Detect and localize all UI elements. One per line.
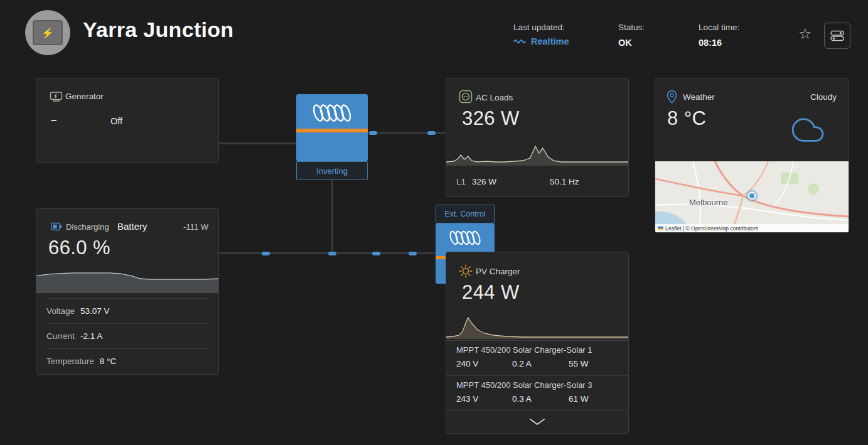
ac-loads-title: AC Loads [476,93,513,102]
power-flow-dot [262,252,270,255]
favorite-star-icon[interactable]: ☆ [798,25,812,43]
power-flow-dot [328,252,336,255]
realtime-text: Realtime [531,36,569,46]
battery-current-value: -2.1 A [80,331,102,341]
battery-icon [49,220,63,233]
weather-card[interactable]: Weather Cloudy 8 °C Melbourne [655,78,849,233]
inverter-state-text: Inverting [316,166,348,176]
generator-card[interactable]: Generator – Off [36,78,219,163]
pv-tracker1-current: 0.2 A [512,359,532,368]
generator-state: Off [110,116,122,126]
flag-icon [658,227,663,230]
ac-loads-icon [459,90,473,104]
expand-button[interactable] [528,417,546,428]
ac-loads-card[interactable]: AC Loads 326 W L1 326 W 50.1 Hz [446,78,629,197]
pv-charger-sparkline [446,314,628,339]
chevron-down-icon [528,418,546,426]
battery-temperature-value: 8 °C [100,357,116,366]
dc-bus-line [219,252,436,254]
status-label: Status: [618,23,645,32]
battery-power: -111 W [183,222,208,232]
page-title: Yarra Junction [83,18,233,42]
pv-tracker1-name: MPPT 450/200 Solar Charger-Solar 1 [456,345,592,355]
battery-card[interactable]: Discharging Battery -111 W 66.0 % Voltag… [36,208,219,375]
battery-temperature-label: Temperature [46,357,94,366]
divider [446,410,628,411]
battery-status: Discharging [66,222,109,232]
battery-soc: 66.0 % [48,237,110,259]
ext-control-label[interactable]: Ext. Control [436,205,495,223]
battery-voltage-label: Voltage [46,306,75,316]
map-marker-icon [746,190,758,202]
map-attribution-text: Leaflet | © OpenStreetMap contributors [665,225,758,232]
pv-tracker1-power: 55 W [569,359,589,368]
dashboard-settings-button[interactable] [824,23,850,49]
realtime-wave-icon [513,38,527,45]
battery-temperature-row: Temperature 8 °C [46,348,208,373]
local-time-label: Local time: [699,23,739,32]
pv-charger-power: 244 W [462,281,520,304]
map-city-label: Melbourne [689,198,727,207]
generator-title: Generator [65,92,104,101]
inverter-state-label[interactable]: Inverting [296,161,368,180]
status-value: OK [618,38,632,48]
pv-tracker2-power: 61 W [569,394,589,404]
ac-loads-sparkline [446,140,628,165]
pv-sun-icon [459,264,473,278]
last-updated-value: Realtime [513,36,569,46]
ac-loads-power: 326 W [462,107,520,130]
ac-frequency: 50.1 Hz [550,176,579,186]
site-logo[interactable]: ⚡ [25,10,70,55]
pv-tracker1-voltage: 240 V [456,359,478,368]
weather-condition: Cloudy [810,92,837,102]
battery-title: Battery [117,221,147,232]
divider [446,375,628,376]
cloud-icon [784,114,832,146]
weather-temperature: 8 °C [667,107,706,130]
divider [446,340,628,341]
weather-title: Weather [683,92,715,102]
victron-logo-icon [449,230,481,246]
pv-tracker2-current: 0.3 A [512,394,532,404]
battery-current-row: Current -2.1 A [46,323,208,348]
power-flow-dot [372,252,380,255]
inverter-device-block[interactable] [296,94,368,161]
ext-control-text: Ext. Control [444,210,485,218]
site-logo-image: ⚡ [33,20,63,45]
battery-voltage-value: 53.07 V [80,306,110,316]
local-time-value: 08:16 [699,38,722,48]
generator-icon [50,90,63,102]
generator-phase: – [51,114,56,127]
battery-current-label: Current [46,331,75,341]
ac-loads-footer: L1 326 W 50.1 Hz [446,165,628,196]
ac-l1-label: L1 [456,176,466,186]
victron-logo-icon [312,103,352,123]
generator-to-inverter-line [219,142,296,144]
pv-charger-card[interactable]: PV Charger 244 W MPPT 450/200 Solar Char… [446,252,629,434]
inverter-dc-line [331,180,333,254]
power-flow-dot [369,131,377,135]
toggles-icon [830,30,844,41]
pv-tracker2-voltage: 243 V [456,394,478,404]
power-flow-dot [409,252,417,255]
battery-voltage-row: Voltage 53.07 V [46,298,208,323]
ac-l1-power: 326 W [472,176,496,186]
weather-map[interactable]: Melbourne Leaflet | © OpenStreetMap cont… [655,161,849,232]
pv-charger-title: PV Charger [476,267,520,276]
victron-orange-stripe [296,129,368,132]
last-updated-label: Last updated: [513,23,565,32]
vrm-dashboard: ⚡ Yarra Junction Last updated: Realtime … [0,0,868,445]
battery-details: Voltage 53.07 V Current -2.1 A Temperatu… [36,298,218,373]
battery-sparkline [36,264,218,293]
weather-pin-icon [666,90,678,104]
power-flow-dot [427,131,436,135]
map-attribution: Leaflet | © OpenStreetMap contributors [655,224,849,232]
pv-tracker2-name: MPPT 450/200 Solar Charger-Solar 3 [456,380,592,390]
